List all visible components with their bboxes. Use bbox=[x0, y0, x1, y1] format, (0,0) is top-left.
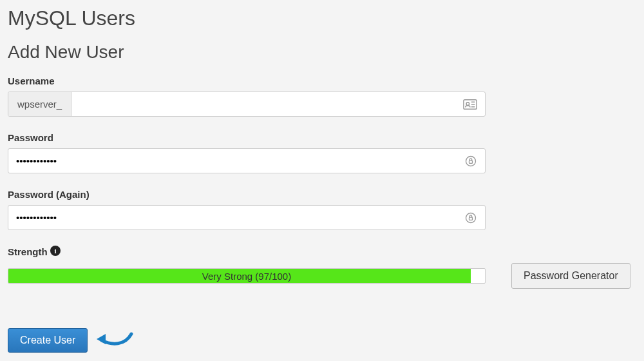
keyring-icon bbox=[457, 206, 485, 229]
password-input-group bbox=[8, 148, 486, 173]
password-generator-button[interactable]: Password Generator bbox=[511, 263, 630, 289]
svg-point-7 bbox=[466, 213, 476, 222]
svg-text:i: i bbox=[54, 247, 56, 255]
strength-label: Strength i bbox=[8, 246, 636, 258]
strength-meter-text: Very Strong (97/100) bbox=[8, 269, 485, 283]
password-again-input-group bbox=[8, 205, 486, 230]
password-row: Password bbox=[8, 132, 636, 173]
password-label: Password bbox=[8, 132, 636, 143]
create-user-button[interactable]: Create User bbox=[8, 328, 88, 353]
create-user-row: Create User bbox=[8, 304, 636, 353]
strength-label-text: Strength bbox=[8, 246, 48, 257]
password-again-label: Password (Again) bbox=[8, 189, 636, 200]
username-row: Username wpserver_ bbox=[8, 75, 636, 117]
info-icon[interactable]: i bbox=[50, 246, 61, 258]
keyring-icon bbox=[457, 149, 485, 173]
page-title: MySQL Users bbox=[8, 6, 636, 30]
username-input[interactable] bbox=[71, 92, 455, 116]
password-input[interactable] bbox=[8, 149, 457, 173]
svg-rect-8 bbox=[469, 217, 473, 220]
username-input-group: wpserver_ bbox=[8, 92, 486, 117]
svg-point-5 bbox=[466, 156, 476, 166]
username-label: Username bbox=[8, 75, 636, 86]
arrow-annotation-icon bbox=[93, 327, 134, 353]
svg-point-1 bbox=[466, 102, 469, 105]
username-prefix: wpserver_ bbox=[8, 92, 71, 116]
id-card-icon bbox=[455, 92, 485, 116]
strength-row: Strength i Very Strong (97/100) Password… bbox=[8, 246, 636, 289]
password-again-row: Password (Again) bbox=[8, 189, 636, 230]
section-title: Add New User bbox=[8, 42, 636, 63]
password-again-input[interactable] bbox=[8, 206, 457, 229]
strength-meter: Very Strong (97/100) bbox=[8, 268, 486, 284]
svg-rect-6 bbox=[469, 161, 473, 163]
